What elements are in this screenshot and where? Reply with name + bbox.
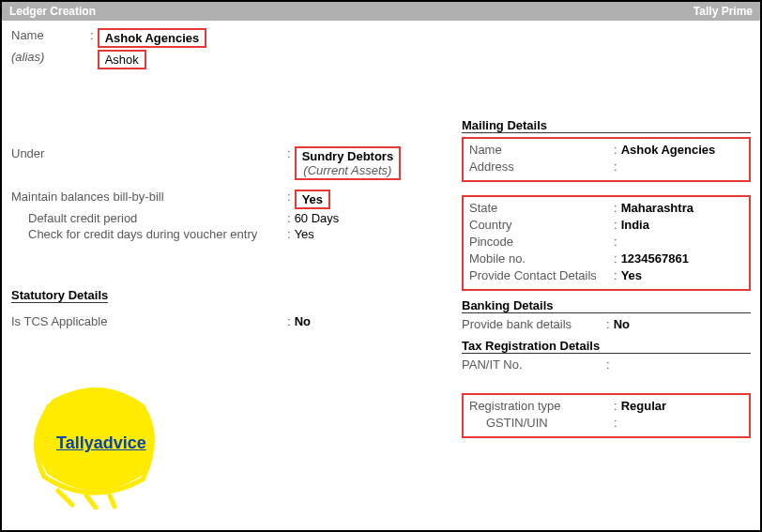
registration-type-input[interactable]: Regular — [621, 399, 666, 413]
left-pane: Name : Ashok Agencies (alias) Ashok Unde… — [2, 21, 452, 528]
mailing-title: Mailing Details — [462, 118, 751, 133]
location-group: State : Maharashtra Country : India Pinc… — [462, 195, 751, 291]
credit-period-label: Default credit period — [28, 211, 283, 225]
pan-row: PAN/IT No. : — [462, 357, 751, 372]
under-label: Under — [11, 146, 283, 160]
state-label: State — [469, 201, 610, 215]
contact-details-input[interactable]: Yes — [621, 268, 642, 282]
bank-details-input[interactable]: No — [614, 317, 630, 331]
right-pane: Mailing Details Name : Ashok Agencies Ad… — [452, 21, 760, 528]
gstin-row: GSTIN/UIN : — [469, 416, 743, 430]
pan-label: PAN/IT No. — [462, 357, 602, 372]
mailing-address-row: Address : — [469, 160, 743, 174]
name-row: Name : Ashok Agencies — [11, 28, 443, 48]
banking-title: Banking Details — [462, 298, 751, 313]
gstin-label: GSTIN/UIN — [486, 416, 610, 430]
credit-period-row: Default credit period : 60 Days — [11, 211, 443, 225]
contact-details-row: Provide Contact Details : Yes — [469, 268, 743, 282]
tcs-row: Is TCS Applicable : No — [11, 314, 443, 328]
bank-details-row: Provide bank details : No — [462, 317, 751, 331]
credit-period-input[interactable]: 60 Days — [295, 211, 340, 225]
bank-details-label: Provide bank details — [462, 317, 602, 331]
mobile-input[interactable]: 1234567861 — [621, 251, 689, 266]
content-area: Name : Ashok Agencies (alias) Ashok Unde… — [2, 21, 760, 528]
check-credit-row: Check for credit days during voucher ent… — [11, 227, 443, 241]
country-label: Country — [469, 218, 610, 232]
country-row: Country : India — [469, 218, 743, 232]
mobile-row: Mobile no. : 1234567861 — [469, 251, 743, 266]
alias-row: (alias) Ashok — [11, 50, 443, 69]
tcs-input[interactable]: No — [295, 314, 311, 328]
mailing-group: Name : Ashok Agencies Address : — [462, 137, 751, 182]
mailing-address-label: Address — [469, 160, 610, 174]
state-input[interactable]: Maharashtra — [621, 201, 693, 215]
pincode-label: Pincode — [469, 235, 610, 249]
tax-title: Tax Registration Details — [462, 339, 751, 354]
mailing-name-input[interactable]: Ashok Agencies — [621, 143, 716, 157]
registration-type-label: Registration type — [469, 399, 610, 413]
under-value: Sundry Debtors — [302, 149, 394, 163]
name-input[interactable]: Ashok Agencies — [98, 28, 207, 48]
name-label: Name — [11, 28, 86, 42]
registration-type-row: Registration type : Regular — [469, 399, 743, 413]
maintain-balances-input[interactable]: Yes — [295, 190, 330, 209]
check-credit-input[interactable]: Yes — [295, 227, 314, 241]
country-input[interactable]: India — [621, 218, 649, 232]
maintain-balances-row: Maintain balances bill-by-bill : Yes — [11, 190, 443, 209]
mailing-name-label: Name — [469, 143, 610, 157]
contact-details-label: Provide Contact Details — [469, 268, 610, 282]
title-right: Tally Prime — [693, 5, 753, 18]
mobile-label: Mobile no. — [469, 251, 610, 266]
state-row: State : Maharashtra — [469, 201, 743, 215]
statutory-title: Statutory Details — [11, 288, 108, 303]
pincode-row: Pincode : — [469, 235, 743, 249]
registration-group: Registration type : Regular GSTIN/UIN : — [462, 393, 751, 438]
mailing-name-row: Name : Ashok Agencies — [469, 143, 743, 157]
under-row: Under : Sundry Debtors (Current Assets) — [11, 146, 443, 180]
ledger-creation-window: Ledger Creation Tally Prime Name : Ashok… — [0, 0, 762, 532]
under-input[interactable]: Sundry Debtors (Current Assets) — [295, 146, 402, 180]
check-credit-label: Check for credit days during voucher ent… — [28, 227, 283, 241]
alias-label: (alias) — [11, 50, 86, 64]
alias-input[interactable]: Ashok — [98, 50, 146, 69]
under-sub: (Current Assets) — [302, 163, 394, 177]
tcs-label: Is TCS Applicable — [11, 314, 283, 328]
title-bar: Ledger Creation Tally Prime — [2, 2, 760, 21]
title-left: Ledger Creation — [9, 5, 96, 18]
maintain-balances-label: Maintain balances bill-by-bill — [11, 190, 283, 204]
watermark-text: Tallyadvice — [56, 433, 146, 453]
